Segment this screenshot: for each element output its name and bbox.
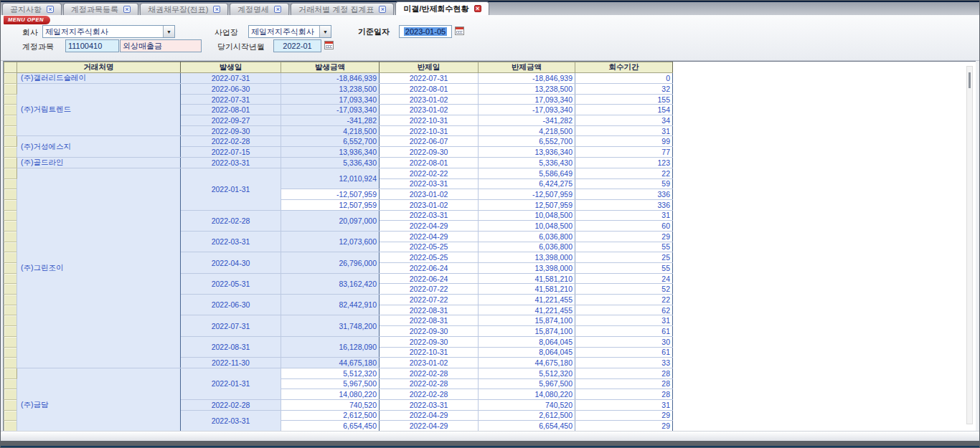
cell-ra[interactable]: -12,507,959 (479, 189, 575, 200)
close-icon[interactable]: × (47, 6, 54, 13)
row-selector[interactable] (4, 284, 17, 295)
calendar-icon[interactable] (455, 27, 464, 35)
cell-rd[interactable]: 2022-04-29 (380, 421, 479, 431)
cell-rd[interactable]: 2023-01-02 (380, 105, 479, 115)
cell-oa[interactable]: 14,080,220 (281, 389, 380, 400)
cell-od[interactable]: 2022-08-31 (181, 336, 281, 357)
cell-dy[interactable]: 32 (575, 84, 673, 95)
cell-ra[interactable]: 12,507,959 (479, 199, 575, 210)
cell-oa[interactable]: 16,128,090 (281, 336, 380, 357)
basedate-input[interactable]: 2023-01-05 (399, 25, 452, 38)
cell-oa[interactable]: 5,967,500 (281, 378, 380, 389)
cell-dy[interactable]: 31 (575, 125, 673, 136)
cell-dy[interactable]: 31 (575, 399, 673, 410)
cell-oa[interactable]: 82,442,910 (281, 295, 380, 315)
close-icon[interactable]: × (123, 6, 131, 13)
cell-rd[interactable]: 2022-05-25 (380, 252, 479, 263)
cell-oa[interactable]: -17,093,340 (281, 105, 380, 115)
column-header[interactable]: 발생금액 (281, 62, 380, 73)
cell-rd[interactable]: 2023-01-02 (380, 358, 479, 368)
cell-ra[interactable]: 8,064,045 (479, 347, 575, 358)
cell-dy[interactable]: 0 (575, 73, 673, 84)
cell-ra[interactable]: -17,093,340 (479, 105, 575, 115)
cell-rd[interactable]: 2022-08-31 (380, 305, 479, 315)
cell-dy[interactable]: 28 (575, 389, 673, 400)
cell-dy[interactable]: 61 (575, 326, 673, 337)
cell-dy[interactable]: 24 (575, 273, 673, 284)
cell-rd[interactable]: 2022-02-28 (380, 389, 479, 400)
cell-dy[interactable]: 28 (575, 368, 673, 378)
row-selector[interactable] (4, 115, 17, 126)
cell-ra[interactable]: 5,967,500 (479, 378, 575, 389)
cell-oa[interactable]: 4,218,500 (281, 125, 380, 136)
cell-ra[interactable]: 41,581,210 (479, 273, 575, 284)
cell-n[interactable]: (주)금담 (17, 368, 181, 431)
cell-ra[interactable]: 740,520 (479, 399, 575, 410)
cell-rd[interactable]: 2022-08-31 (380, 315, 479, 326)
cell-n[interactable]: (주)그린조이 (17, 168, 181, 368)
row-selector[interactable] (4, 199, 17, 210)
cell-rd[interactable]: 2022-03-31 (380, 210, 479, 221)
cell-ra[interactable]: 8,064,045 (479, 336, 575, 347)
cell-ra[interactable]: -18,846,939 (479, 73, 575, 84)
column-header[interactable]: 회수기간 (575, 62, 673, 73)
cell-dy[interactable]: 22 (575, 295, 673, 305)
cell-ra[interactable]: 5,586,649 (479, 168, 575, 178)
cell-rd[interactable]: 2022-06-07 (380, 136, 479, 147)
cell-rd[interactable]: 2022-03-31 (380, 399, 479, 410)
cell-rd[interactable]: 2023-01-02 (380, 189, 479, 200)
cell-ra[interactable]: 6,654,450 (479, 421, 575, 431)
cell-od[interactable]: 2022-05-31 (181, 273, 281, 294)
tab-item[interactable]: 계정과목등록× (63, 3, 138, 15)
cell-rd[interactable]: 2022-06-24 (380, 273, 479, 284)
close-icon[interactable]: × (379, 6, 386, 13)
cell-dy[interactable]: 61 (575, 347, 673, 358)
cell-ra[interactable]: 2,612,500 (479, 410, 575, 421)
cell-ra[interactable]: -341,282 (479, 115, 575, 126)
cell-rd[interactable]: 2022-08-01 (380, 157, 479, 168)
cell-dy[interactable]: 33 (575, 358, 673, 368)
cell-rd[interactable]: 2022-10-31 (380, 125, 479, 136)
cell-ra[interactable]: 15,874,100 (479, 315, 575, 326)
cell-ra[interactable]: 4,218,500 (479, 125, 575, 136)
cell-dy[interactable]: 29 (575, 421, 673, 431)
cell-od[interactable]: 2022-07-31 (181, 73, 281, 84)
cell-dy[interactable]: 77 (575, 147, 673, 158)
cell-dy[interactable]: 22 (575, 168, 673, 178)
cell-dy[interactable]: 28 (575, 378, 673, 389)
row-selector[interactable] (4, 295, 17, 305)
row-selector[interactable] (4, 421, 17, 431)
row-selector[interactable] (4, 399, 17, 410)
cell-od[interactable]: 2022-03-31 (181, 231, 281, 252)
cell-ra[interactable]: 41,221,455 (479, 295, 575, 305)
cell-rd[interactable]: 2022-07-22 (380, 284, 479, 295)
tab-item[interactable]: 계정명세× (230, 3, 289, 15)
cell-oa[interactable]: 17,093,340 (281, 94, 380, 105)
cell-dy[interactable]: 154 (575, 105, 673, 115)
company-select[interactable]: 제일저지주식회사 ▼ (42, 25, 175, 38)
row-selector[interactable] (4, 210, 17, 221)
cell-dy[interactable]: 59 (575, 178, 673, 189)
row-selector[interactable] (4, 358, 17, 368)
cell-ra[interactable]: 5,512,320 (479, 368, 575, 378)
cell-od[interactable]: 2022-01-31 (181, 368, 281, 399)
cell-dy[interactable]: 30 (575, 336, 673, 347)
cell-oa[interactable]: 31,748,200 (281, 315, 380, 336)
cell-oa[interactable]: 5,512,320 (281, 368, 380, 378)
cell-oa[interactable]: 6,552,700 (281, 136, 380, 147)
row-selector[interactable] (4, 389, 17, 400)
cell-ra[interactable]: 17,093,340 (479, 94, 575, 105)
cell-oa[interactable]: -18,846,939 (281, 73, 380, 84)
cell-rd[interactable]: 2023-01-02 (380, 199, 479, 210)
cell-od[interactable]: 2022-06-30 (181, 84, 281, 95)
cell-oa[interactable]: 13,936,340 (281, 147, 380, 158)
cell-od[interactable]: 2022-07-15 (181, 147, 281, 158)
row-selector[interactable] (4, 84, 17, 95)
row-selector[interactable] (4, 178, 17, 189)
cell-rd[interactable]: 2023-01-02 (380, 94, 479, 105)
cell-dy[interactable]: 31 (575, 315, 673, 326)
row-selector[interactable] (4, 189, 17, 200)
row-selector[interactable] (4, 105, 17, 115)
cell-od[interactable]: 2022-06-30 (181, 295, 281, 315)
cell-dy[interactable]: 29 (575, 410, 673, 421)
